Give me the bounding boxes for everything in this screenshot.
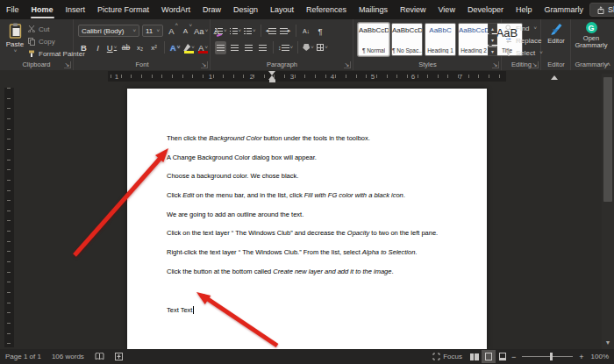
decrease-indent-button[interactable]: ◂ bbox=[266, 25, 277, 38]
paragraph[interactable]: Right-click the text layer “ The Windows… bbox=[167, 249, 446, 257]
replace-button[interactable]: Replace bbox=[505, 34, 543, 46]
text-highlight-button[interactable]: ˅ bbox=[183, 41, 195, 54]
increase-indent-button[interactable]: ▸ bbox=[280, 25, 291, 38]
grow-font-button[interactable]: A bbox=[166, 25, 177, 38]
ruler-number: 1 bbox=[115, 73, 118, 81]
paste-dropdown-arrow[interactable]: ˅ bbox=[14, 48, 18, 54]
page-indicator[interactable]: Page 1 of 1 bbox=[0, 353, 46, 360]
tab-wordart[interactable]: WordArt bbox=[155, 0, 196, 19]
sort-button[interactable]: A↓ bbox=[301, 25, 312, 38]
editing-dialog-launcher[interactable]: ↘ bbox=[532, 61, 539, 68]
zoom-level[interactable]: 100% bbox=[586, 353, 614, 360]
accessibility-status[interactable] bbox=[110, 353, 128, 360]
paragraph[interactable]: Text Text bbox=[167, 306, 446, 315]
paste-button[interactable]: Paste ˅ bbox=[4, 23, 26, 65]
zoom-out-button[interactable]: − bbox=[510, 353, 518, 361]
style-heading-2[interactable]: AaBbCcDHeading 2 bbox=[458, 23, 489, 56]
tab-file[interactable]: File bbox=[0, 0, 25, 19]
tab-references[interactable]: References bbox=[300, 0, 353, 19]
italic-button[interactable]: I bbox=[92, 41, 104, 54]
left-indent-marker[interactable] bbox=[269, 80, 275, 82]
print-layout-button[interactable] bbox=[482, 350, 496, 363]
tab-design[interactable]: Design bbox=[227, 0, 264, 19]
read-mode-button[interactable] bbox=[468, 350, 482, 363]
change-case-label: Aa bbox=[194, 26, 204, 36]
open-grammarly-button[interactable]: G OpenGrammarly bbox=[572, 22, 610, 49]
font-color-button[interactable]: A˅ bbox=[197, 41, 209, 54]
bullets-button[interactable]: ˅ bbox=[215, 25, 227, 38]
underline-button[interactable]: U˅ bbox=[106, 41, 118, 54]
clipboard-dialog-launcher[interactable]: ↘ bbox=[64, 61, 71, 68]
zoom-slider-thumb[interactable] bbox=[550, 353, 553, 360]
borders-button[interactable]: ˅ bbox=[317, 41, 328, 54]
proofing-status[interactable] bbox=[89, 353, 110, 360]
vertical-scrollbar[interactable]: ▼ bbox=[602, 74, 614, 349]
align-left-button[interactable] bbox=[215, 41, 226, 54]
tab-help[interactable]: Help bbox=[510, 0, 539, 19]
shrink-font-button[interactable]: A bbox=[180, 25, 191, 38]
find-button[interactable]: Find˅ bbox=[505, 22, 543, 34]
ribbon-tab-bar: FileHomeInsertPicture FormatWordArtDrawD… bbox=[0, 0, 614, 19]
multilevel-list-button[interactable]: ˅ bbox=[244, 25, 256, 38]
tab-home[interactable]: Home bbox=[25, 0, 60, 19]
font-size-select[interactable]: 11˅ bbox=[142, 25, 163, 37]
tab-picture-format[interactable]: Picture Format bbox=[91, 0, 155, 19]
styles-more-button[interactable]: ▾ bbox=[488, 46, 497, 56]
paragraph[interactable]: A Change Background Color dialog box wil… bbox=[167, 154, 446, 162]
styles-scroll-down[interactable]: ▾ bbox=[488, 34, 497, 45]
align-center-button[interactable] bbox=[229, 41, 240, 54]
select-button[interactable]: Select˅ bbox=[505, 46, 543, 59]
align-right-button[interactable] bbox=[243, 41, 254, 54]
change-case-button[interactable]: Aa˅ bbox=[194, 25, 208, 38]
style-normal[interactable]: AaBbCcDc¶ Normal bbox=[358, 23, 389, 56]
styles-scroll-up[interactable]: ▴ bbox=[488, 23, 497, 33]
subscript-button[interactable]: x₂ bbox=[134, 41, 146, 54]
zoom-in-button[interactable]: + bbox=[577, 353, 585, 361]
paragraph[interactable]: Click on the text layer “ The Windows Cl… bbox=[167, 230, 446, 238]
vertical-ruler[interactable] bbox=[4, 88, 14, 347]
numbering-button[interactable]: ˅ bbox=[230, 25, 242, 38]
tab-insert[interactable]: Insert bbox=[60, 0, 92, 19]
bold-button[interactable]: B bbox=[78, 41, 89, 54]
document-text[interactable]: Then click the Background Color button u… bbox=[167, 135, 446, 326]
font-name-select[interactable]: Calibri (Body)˅ bbox=[78, 25, 139, 37]
tab-draw[interactable]: Draw bbox=[196, 0, 227, 19]
paragraph[interactable]: Click Edit on the menu bar, and in the l… bbox=[167, 192, 446, 200]
tab-layout[interactable]: Layout bbox=[264, 0, 300, 19]
tab-view[interactable]: View bbox=[432, 0, 461, 19]
web-layout-button[interactable] bbox=[496, 350, 510, 363]
superscript-button[interactable]: x² bbox=[148, 41, 160, 54]
word-count[interactable]: 106 words bbox=[46, 353, 89, 360]
line-spacing-button[interactable]: ↕˅ bbox=[278, 41, 293, 54]
right-indent-marker[interactable] bbox=[551, 75, 558, 80]
show-marks-button[interactable]: ¶ bbox=[315, 25, 326, 38]
zoom-slider[interactable] bbox=[522, 356, 573, 357]
style-no-spac[interactable]: AaBbCcDc¶ No Spac... bbox=[391, 23, 423, 56]
share-button[interactable]: Share bbox=[589, 3, 614, 17]
paragraph[interactable]: Then click the Background Color button u… bbox=[167, 135, 446, 143]
focus-mode-button[interactable]: Focus bbox=[427, 353, 468, 360]
document-page[interactable]: Then click the Background Color button u… bbox=[127, 89, 487, 349]
paragraph[interactable]: Click the button at the bottom called Cr… bbox=[167, 268, 446, 276]
tab-developer[interactable]: Developer bbox=[461, 0, 510, 19]
styles-dialog-launcher[interactable]: ↘ bbox=[492, 61, 499, 68]
tab-mailings[interactable]: Mailings bbox=[353, 0, 394, 19]
paragraph[interactable]: We are going to add an outline around th… bbox=[167, 211, 446, 219]
justify-button[interactable] bbox=[257, 41, 268, 54]
strikethrough-button[interactable]: ab bbox=[120, 41, 132, 54]
tab-review[interactable]: Review bbox=[394, 0, 432, 19]
paragraph-dialog-launcher[interactable]: ↘ bbox=[344, 61, 351, 68]
collapse-ribbon-button[interactable]: ˄ bbox=[606, 61, 610, 68]
scrollbar-thumb[interactable] bbox=[603, 77, 612, 202]
tab-grammarly[interactable]: Grammarly bbox=[538, 0, 589, 19]
style-name: ¶ No Spac... bbox=[392, 47, 422, 54]
paragraph[interactable]: Choose a background color. We chose blac… bbox=[167, 173, 446, 181]
scrollbar-down-arrow[interactable]: ▼ bbox=[602, 339, 614, 346]
paragraph[interactable] bbox=[167, 288, 446, 296]
text-effects-button[interactable]: A˅ bbox=[169, 41, 181, 54]
style-heading-1[interactable]: AaBbCHeading 1 bbox=[425, 23, 456, 56]
font-dialog-launcher[interactable]: ↘ bbox=[201, 61, 208, 68]
horizontal-ruler[interactable]: 11234567 bbox=[108, 71, 506, 82]
editor-button[interactable]: Editor bbox=[542, 22, 570, 45]
shading-button[interactable]: ˅ bbox=[303, 41, 314, 54]
